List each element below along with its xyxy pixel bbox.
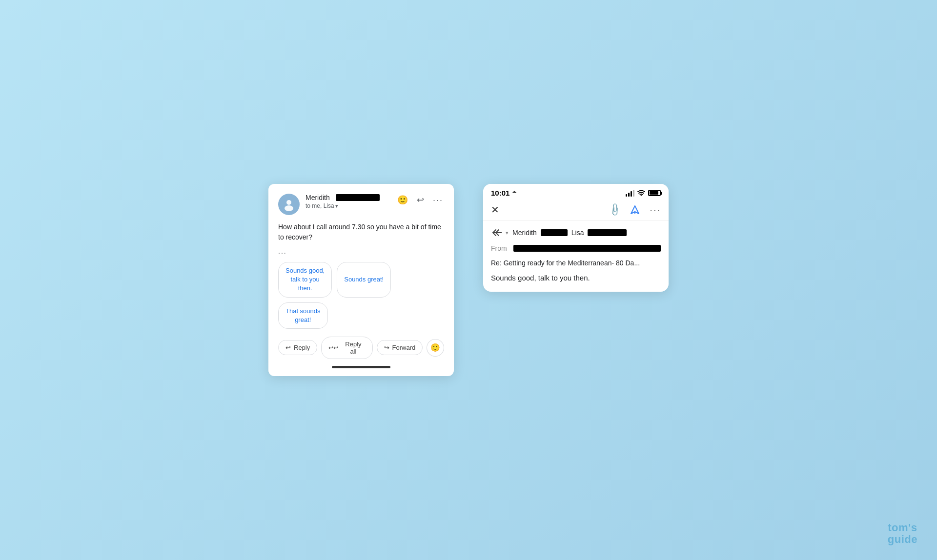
action-bar: ↩ Reply ↩↩ Reply all ↪ Forward 🙂 (278, 337, 444, 359)
signal-bars-icon (626, 190, 634, 197)
reply-icon: ↩ (417, 195, 424, 205)
home-indicator (278, 366, 444, 368)
location-icon (511, 190, 517, 196)
reply-all-icon (491, 229, 502, 237)
smart-reply-2[interactable]: Sounds great! (337, 262, 391, 298)
paperclip-icon: 📎 (608, 202, 623, 217)
header-actions: 🙂 ↩ ··· (396, 194, 444, 206)
ios-send-button[interactable] (630, 205, 640, 215)
reply-all-action-icon: ↩↩ (328, 344, 338, 351)
smart-reply-3[interactable]: That soundsgreat! (278, 302, 328, 329)
smart-replies-row: Sounds good,talk to youthen. Sounds grea… (278, 262, 444, 329)
ios-subject: Re: Getting ready for the Mediterranean-… (491, 259, 661, 267)
ios-from-redacted (513, 245, 661, 252)
reply-action-icon: ↩ (285, 344, 291, 351)
home-bar (332, 366, 390, 368)
wifi-icon (637, 189, 645, 197)
emoji-smile-icon: 🙂 (430, 343, 440, 352)
smart-reply-1[interactable]: Sounds good,talk to youthen. (278, 262, 332, 298)
ios-time: 10:01 (491, 189, 517, 197)
cards-container: Meridith to me, Lisa 🙂 ↩ ··· (268, 184, 669, 376)
ios-message: Sounds good, talk to you then. (491, 274, 661, 282)
close-icon: ✕ (491, 204, 499, 216)
ios-recipient-redacted-1 (541, 229, 568, 236)
ios-card: 10:01 (483, 184, 669, 292)
sender-to: to me, Lisa (306, 202, 390, 209)
watermark-line2: guide (888, 534, 917, 545)
gmail-card: Meridith to me, Lisa 🙂 ↩ ··· (268, 184, 454, 376)
sender-name: Meridith (306, 194, 330, 201)
forward-action-label: Forward (392, 344, 416, 351)
emoji-icon: 🙂 (397, 195, 408, 205)
send-icon (630, 205, 640, 215)
email-body: How about I call around 7.30 so you have… (278, 222, 444, 242)
sender-name-redacted (336, 194, 380, 201)
ios-from-label: From (491, 244, 509, 252)
ios-from-row: From (491, 244, 661, 252)
ios-body: ▾ Meridith Lisa From Re: Getting ready f… (483, 221, 669, 292)
ios-close-button[interactable]: ✕ (491, 204, 499, 216)
recipient-dropdown-icon[interactable] (335, 202, 338, 209)
ios-toolbar: ✕ 📎 ··· (483, 200, 669, 221)
ios-signal-group (626, 189, 661, 197)
more-content-dots[interactable]: ... (278, 247, 444, 255)
ios-more-button[interactable]: ··· (650, 204, 661, 216)
forward-action-button[interactable]: ↪ Forward (377, 340, 423, 355)
watermark-line1: tom's (888, 522, 917, 534)
battery-icon (648, 190, 661, 196)
forward-action-icon: ↪ (384, 344, 389, 351)
emoji-action-button[interactable]: 🙂 (427, 339, 444, 357)
ios-recipient-meridith: Meridith (512, 229, 537, 237)
svg-marker-2 (512, 191, 517, 193)
watermark: tom's guide (888, 522, 917, 545)
reply-all-action-button[interactable]: ↩↩ Reply all (321, 337, 372, 359)
ios-recipient-redacted-2 (588, 229, 627, 236)
ios-attachment-button[interactable]: 📎 (610, 204, 620, 215)
svg-point-0 (286, 200, 291, 205)
sender-info: Meridith to me, Lisa (306, 194, 390, 209)
svg-point-3 (641, 195, 642, 196)
ios-toolbar-left: ✕ (491, 204, 499, 216)
more-dots-icon: ··· (433, 195, 443, 205)
reply-action-label: Reply (294, 344, 310, 351)
more-options-button[interactable]: ··· (432, 194, 444, 206)
ios-toolbar-right: 📎 ··· (610, 204, 661, 216)
reply-all-action-label: Reply all (341, 340, 365, 355)
avatar (278, 194, 300, 215)
ios-recipient-lisa: Lisa (571, 229, 584, 237)
dropdown-icon[interactable]: ▾ (506, 230, 509, 236)
svg-point-1 (285, 205, 293, 211)
ios-more-icon: ··· (650, 204, 661, 216)
ios-status-bar: 10:01 (483, 184, 669, 200)
reply-action-button[interactable]: ↩ Reply (278, 340, 317, 355)
gmail-header: Meridith to me, Lisa 🙂 ↩ ··· (278, 194, 444, 215)
reply-button-header[interactable]: ↩ (416, 194, 425, 206)
emoji-reaction-button[interactable]: 🙂 (396, 194, 409, 206)
ios-recipients-row: ▾ Meridith Lisa (491, 229, 661, 237)
